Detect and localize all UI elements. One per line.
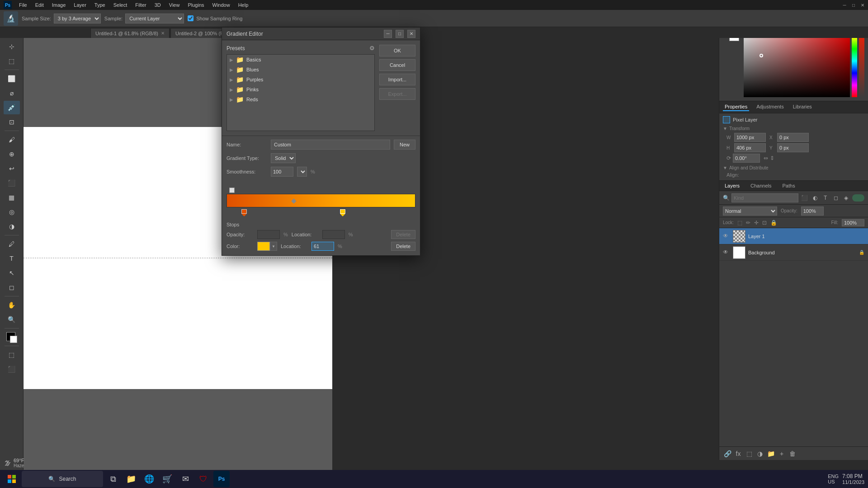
close-button[interactable]: ✕: [859, 1, 866, 9]
mail-button[interactable]: ✉: [177, 471, 193, 487]
layer1-visibility-icon[interactable]: 👁: [723, 233, 730, 240]
tab-adjustments[interactable]: Adjustments: [755, 103, 786, 111]
lock-transparent-icon[interactable]: ⬚: [737, 220, 742, 226]
gradient-name-input[interactable]: [271, 140, 390, 150]
artboard-tool[interactable]: ⬚: [4, 54, 20, 68]
layer-link-icon[interactable]: 🔗: [723, 449, 732, 458]
shape-tool[interactable]: ◻: [4, 281, 20, 294]
layers-filter-shape-icon[interactable]: ◻: [831, 193, 840, 202]
lock-position-icon[interactable]: ✛: [754, 220, 759, 226]
color-delete-button[interactable]: Delete: [391, 242, 415, 251]
delete-layer-icon[interactable]: 🗑: [788, 449, 797, 458]
color-swatch-button[interactable]: [257, 242, 270, 251]
menu-image[interactable]: Image: [48, 1, 70, 9]
midpoint-diamond[interactable]: [292, 199, 297, 204]
lock-pixels-icon[interactable]: ✏: [746, 220, 750, 226]
new-layer-icon[interactable]: +: [777, 449, 786, 458]
foreground-background-colors[interactable]: [4, 330, 20, 344]
layers-filter-toggle[interactable]: [852, 194, 864, 202]
h-input[interactable]: [734, 143, 766, 152]
dialog-close-button[interactable]: ✕: [407, 30, 415, 38]
tab-untitled-1[interactable]: Untitled-1 @ 61.8% (RGB/8) ✕: [90, 28, 170, 38]
layer-effects-icon[interactable]: fx: [734, 449, 743, 458]
x-input[interactable]: [777, 133, 809, 142]
opacity-delete-button[interactable]: Delete: [391, 230, 415, 239]
color-swatch-dropdown-button[interactable]: ▼: [270, 242, 277, 251]
search-taskbar-button[interactable]: 🔍 Search: [22, 471, 103, 487]
quick-mask-mode[interactable]: ⬚: [4, 348, 20, 361]
align-chevron-icon[interactable]: ▼: [723, 165, 727, 170]
menu-file[interactable]: File: [15, 1, 31, 9]
layer-item-layer1[interactable]: 👁 Layer 1: [719, 228, 868, 244]
w-input[interactable]: [734, 133, 766, 142]
background-visibility-icon[interactable]: 👁: [723, 249, 730, 256]
menu-plugins[interactable]: Plugins: [184, 1, 208, 9]
blur-tool[interactable]: ◎: [4, 205, 20, 219]
clone-stamp-tool[interactable]: ⊕: [4, 147, 20, 161]
layers-filter-adjust-icon[interactable]: ◐: [811, 193, 819, 202]
menu-view[interactable]: View: [165, 1, 184, 9]
transform-chevron-icon[interactable]: ▼: [723, 126, 727, 131]
crop-tool[interactable]: ⊡: [4, 115, 20, 129]
gradient-type-select[interactable]: Solid: [271, 153, 296, 163]
dialog-restore-button[interactable]: □: [396, 30, 404, 38]
color-stop-right[interactable]: [340, 209, 345, 216]
export-button[interactable]: Export...: [379, 88, 415, 100]
dodge-tool[interactable]: ◑: [4, 220, 20, 233]
rectangular-marquee-tool[interactable]: ⬜: [4, 72, 20, 85]
tab-paths[interactable]: Paths: [777, 181, 801, 191]
smoothness-input[interactable]: [271, 167, 293, 177]
menu-3d[interactable]: 3D: [151, 1, 165, 9]
sample-size-select[interactable]: 3 by 3 Average: [54, 14, 101, 23]
preset-basics[interactable]: ▶ 📁 Basics: [227, 55, 374, 65]
presets-gear-icon[interactable]: ⚙: [369, 45, 375, 52]
path-selection-tool[interactable]: ↖: [4, 266, 20, 280]
restore-button[interactable]: □: [850, 1, 857, 9]
color-location-input[interactable]: [311, 242, 334, 251]
brush-tool[interactable]: 🖌: [4, 133, 20, 146]
menu-edit[interactable]: Edit: [32, 1, 47, 9]
lock-all-icon[interactable]: 🔒: [770, 220, 777, 226]
minimize-button[interactable]: ─: [841, 1, 848, 9]
tab-channels[interactable]: Channels: [745, 181, 777, 191]
screen-mode[interactable]: ⬛: [4, 362, 20, 376]
menu-type[interactable]: Type: [91, 1, 109, 9]
opacity-input[interactable]: [801, 206, 824, 216]
antivirus-button[interactable]: 🛡: [195, 471, 212, 487]
smoothness-unit-select[interactable]: ▼: [297, 167, 307, 177]
zoom-tool[interactable]: 🔍: [4, 313, 20, 326]
layers-filter-pixel-icon[interactable]: ⬛: [800, 193, 809, 202]
eyedropper-tool[interactable]: 💉: [4, 101, 20, 114]
cancel-button[interactable]: Cancel: [379, 59, 415, 71]
eraser-tool[interactable]: ⬛: [4, 176, 20, 190]
menu-layer[interactable]: Layer: [70, 1, 90, 9]
y-input[interactable]: [777, 143, 809, 152]
layer-group-icon[interactable]: 📁: [766, 449, 775, 458]
preset-reds[interactable]: ▶ 📁 Reds: [227, 94, 374, 104]
lock-artboard-icon[interactable]: ⊡: [762, 220, 767, 226]
start-button[interactable]: [4, 471, 20, 487]
tab-libraries[interactable]: Libraries: [791, 103, 814, 111]
preset-pinks[interactable]: ▶ 📁 Pinks: [227, 84, 374, 94]
sample-select[interactable]: Current Layer: [125, 14, 184, 23]
layer-mask-icon[interactable]: ⬚: [745, 449, 754, 458]
show-sampling-ring-checkbox[interactable]: [188, 15, 193, 21]
move-tool[interactable]: ⊹: [4, 40, 20, 53]
color-stop-left[interactable]: [241, 209, 247, 216]
layers-filter-type-icon[interactable]: T: [821, 193, 830, 202]
flip-v-icon[interactable]: ⇕: [770, 155, 774, 161]
tab-properties[interactable]: Properties: [723, 103, 749, 111]
opacity-value-input[interactable]: [257, 230, 280, 239]
opacity-location-input[interactable]: [322, 230, 345, 239]
tab-layers[interactable]: Layers: [719, 181, 745, 191]
rotate-input[interactable]: [733, 154, 760, 163]
flip-h-icon[interactable]: ⇔: [764, 155, 768, 161]
photoshop-button[interactable]: Ps: [213, 471, 230, 487]
fill-input[interactable]: [842, 219, 864, 226]
layers-filter-smart-icon[interactable]: ◈: [842, 193, 850, 202]
file-explorer-button[interactable]: 📁: [123, 471, 139, 487]
edge-browser-button[interactable]: 🌐: [141, 471, 157, 487]
lasso-tool[interactable]: ⌀: [4, 86, 20, 100]
dialog-minimize-button[interactable]: ─: [384, 30, 392, 38]
type-tool[interactable]: T: [4, 252, 20, 265]
